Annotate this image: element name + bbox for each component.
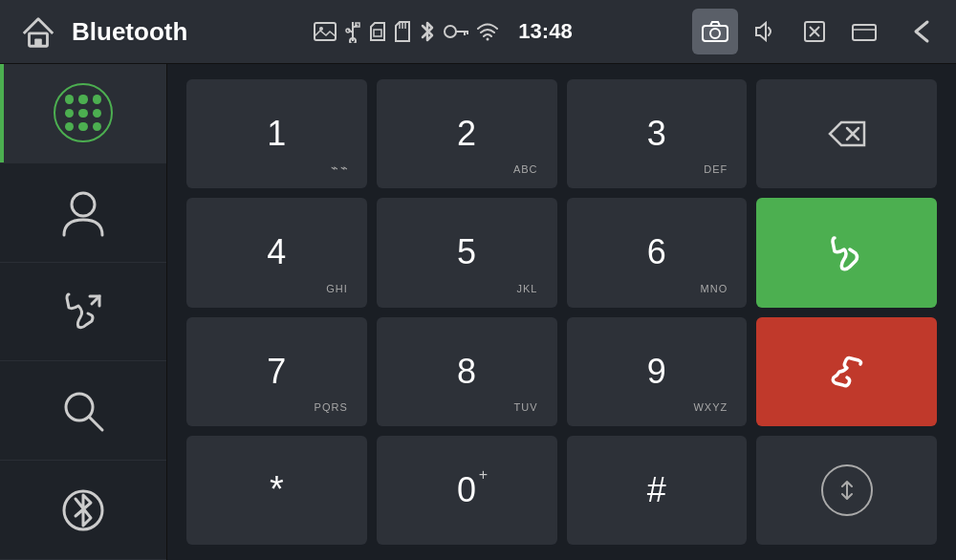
- dial-button-1[interactable]: 1 ⌁⌁: [186, 79, 367, 188]
- backspace-button[interactable]: [756, 79, 937, 188]
- sidebar-item-bluetooth[interactable]: [0, 461, 166, 560]
- svg-rect-10: [374, 30, 381, 36]
- dial-button-8[interactable]: 8 TUV: [377, 317, 557, 426]
- svg-rect-1: [34, 39, 42, 47]
- main-content: 1 ⌁⌁ 2 ABC 3 DEF 4: [0, 64, 956, 560]
- volume-button[interactable]: [742, 9, 788, 54]
- dial-button-star[interactable]: *: [186, 436, 367, 545]
- image-icon: [314, 22, 337, 41]
- sidebar-item-dialpad[interactable]: [0, 64, 166, 163]
- status-icons: 13:48: [206, 19, 692, 44]
- clock: 13:48: [518, 19, 572, 44]
- camera-button[interactable]: [692, 9, 738, 54]
- usb-icon: [344, 20, 361, 43]
- dial-button-2[interactable]: 2 ABC: [377, 79, 557, 188]
- svg-point-20: [710, 29, 720, 38]
- svg-point-26: [72, 193, 95, 216]
- sidebar: [0, 64, 167, 560]
- dialpad-area: 1 ⌁⌁ 2 ABC 3 DEF 4: [167, 64, 956, 560]
- sidebar-item-search[interactable]: [0, 361, 166, 461]
- top-right-controls: [692, 7, 946, 56]
- dial-button-hash[interactable]: #: [567, 436, 748, 545]
- end-call-button[interactable]: [756, 317, 937, 426]
- svg-point-14: [445, 26, 456, 37]
- call-button[interactable]: [756, 198, 937, 307]
- dial-button-3[interactable]: 3 DEF: [567, 79, 748, 188]
- swap-button[interactable]: [756, 436, 937, 545]
- top-bar: Bluetooth: [0, 0, 956, 64]
- sidebar-item-recent[interactable]: [0, 263, 166, 362]
- svg-rect-2: [315, 23, 336, 40]
- bluetooth-status-icon: [419, 20, 436, 43]
- swap-icon: [821, 464, 873, 516]
- close-button[interactable]: [792, 9, 837, 54]
- dialpad-icon: [54, 83, 113, 142]
- dial-button-7[interactable]: 7 PQRS: [186, 317, 367, 426]
- recent-calls-icon: [59, 287, 107, 336]
- back-button[interactable]: [897, 7, 946, 56]
- home-button[interactable]: [10, 13, 67, 50]
- svg-point-18: [487, 38, 489, 41]
- bluetooth-settings-icon: [62, 485, 104, 535]
- sd-icon: [394, 21, 411, 42]
- dial-button-4[interactable]: 4 GHI: [186, 198, 367, 307]
- page-title: Bluetooth: [72, 17, 206, 47]
- sim-icon: [369, 21, 386, 42]
- dial-button-9[interactable]: 9 WXYZ: [567, 317, 748, 426]
- search-icon: [60, 386, 106, 436]
- wifi-icon: [476, 22, 499, 41]
- dial-button-5[interactable]: 5 JKL: [377, 198, 557, 307]
- dial-button-0[interactable]: 0 +: [377, 436, 557, 545]
- svg-rect-24: [853, 25, 876, 40]
- key-icon: [444, 23, 468, 40]
- sidebar-item-contacts[interactable]: [0, 163, 166, 263]
- window-button[interactable]: [841, 9, 887, 54]
- contacts-icon: [60, 187, 106, 237]
- svg-line-28: [89, 417, 102, 430]
- dial-button-6[interactable]: 6 MNO: [567, 198, 748, 307]
- dialpad-grid: 1 ⌁⌁ 2 ABC 3 DEF 4: [186, 79, 937, 545]
